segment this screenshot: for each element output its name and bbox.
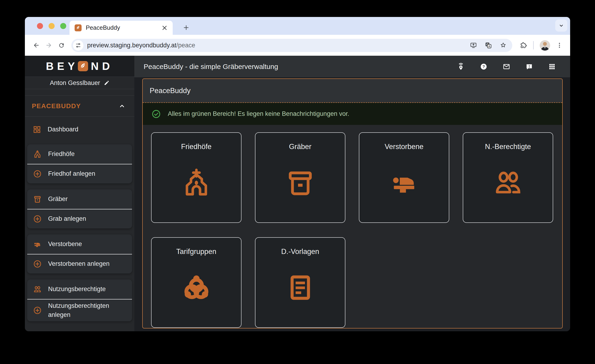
sidebar-group-verstorbene: Verstorbene Verstorbenen anlegen — [27, 234, 132, 274]
card-title: N.-Berechtigte — [485, 143, 531, 151]
content-column: PeaceBuddy - die simple Gräberverwaltung… — [134, 56, 570, 331]
sidebar-item-label: Friedhöfe — [48, 150, 75, 158]
sidebar-item-friedhoefe[interactable]: Friedhöfe — [27, 144, 132, 164]
logo-block: BEY ND — [25, 56, 134, 77]
chevron-down-icon — [558, 22, 564, 28]
back-arrow-icon — [33, 42, 40, 49]
check-circle-icon — [152, 109, 161, 119]
install-app-icon[interactable] — [470, 42, 477, 49]
sidebar-item-verstorbene[interactable]: Verstorbene — [27, 234, 132, 254]
plus-icon — [183, 24, 190, 31]
avatar-icon — [540, 40, 550, 51]
sidebar-item-verstorbenen-anlegen[interactable]: Verstorbenen anlegen — [27, 254, 132, 274]
sidebar-item-label: Verstorbenen anlegen — [48, 259, 109, 268]
zoom-window-button[interactable] — [60, 23, 66, 29]
url-path: /peace — [177, 42, 195, 49]
card-title: D.-Vorlagen — [281, 247, 319, 256]
card-icon-box — [285, 256, 315, 327]
card-d-vorlagen[interactable]: D.-Vorlagen — [255, 237, 345, 328]
apps-grid-icon[interactable] — [548, 63, 556, 70]
card-title: Verstorbene — [385, 143, 424, 151]
card-title: Gräber — [289, 143, 311, 151]
bookmark-star-icon[interactable] — [500, 42, 507, 49]
tab-strip: PeaceBuddy — [25, 17, 570, 35]
site-settings-button[interactable] — [73, 40, 84, 51]
feedback-icon[interactable] — [525, 63, 533, 70]
toolbar-separator — [533, 41, 534, 49]
knot-icon — [181, 273, 212, 303]
address-bar[interactable]: preview.staging.beyondbuddy.at/peace — [71, 39, 512, 52]
sidebar: BEY ND Anton Gesslbauer PEACEBUDDY — [25, 56, 134, 331]
browser-toolbar: preview.staging.beyondbuddy.at/peace — [25, 35, 570, 56]
document-icon — [285, 273, 315, 303]
profile-avatar[interactable] — [540, 40, 550, 51]
leaf-icon — [79, 62, 87, 70]
grave-icon — [285, 168, 315, 198]
dashboard-icon — [33, 125, 41, 134]
beyond-logo: BEY ND — [46, 60, 113, 72]
dashboard-cards: Friedhöfe Gräber Verstor — [143, 125, 562, 328]
app-topbar: PeaceBuddy - die simple Gräberverwaltung — [134, 56, 570, 77]
peacebuddy-panel: PeaceBuddy Alles im grünen Bereich! Es l… — [142, 78, 563, 329]
extensions-puzzle-icon[interactable] — [520, 42, 527, 49]
tab-search-button[interactable] — [555, 20, 567, 32]
sidebar-item-label: Nutzungsberechtigten anlegen — [48, 301, 126, 319]
section-label: PEACEBUDDY — [32, 102, 81, 110]
plus-circle-icon — [33, 215, 42, 223]
sidebar-item-graeber[interactable]: Gräber — [27, 189, 132, 209]
browser-menu-icon[interactable] — [556, 42, 563, 48]
translate-icon[interactable] — [485, 42, 492, 49]
logo-leaf-mark — [78, 61, 88, 71]
close-window-button[interactable] — [37, 23, 43, 29]
user-row: Anton Gesslbauer — [25, 77, 134, 89]
card-icon-box — [389, 151, 419, 222]
church-icon — [33, 150, 42, 158]
card-title: Friedhöfe — [181, 143, 212, 151]
mail-icon[interactable] — [503, 63, 510, 70]
minimize-window-button[interactable] — [49, 23, 55, 29]
help-icon[interactable] — [480, 63, 487, 70]
edit-pencil-icon[interactable] — [104, 80, 109, 86]
card-n-berechtigte[interactable]: N.-Berechtigte — [463, 132, 553, 223]
location-wifi-icon[interactable] — [457, 63, 465, 70]
people-icon — [33, 285, 42, 293]
plus-circle-icon — [33, 306, 42, 315]
sidebar-item-dashboard[interactable]: Dashboard — [27, 120, 132, 139]
sidebar-item-nutzungsberechtigte[interactable]: Nutzungsberechtigte — [27, 280, 132, 299]
plus-circle-icon — [33, 260, 42, 268]
url-domain: preview.staging.beyondbuddy.at — [87, 42, 177, 49]
tab-close-icon[interactable] — [161, 24, 168, 31]
sidebar-group-graeber: Gräber Grab anlegen — [27, 189, 132, 228]
card-tarifgruppen[interactable]: Tarifgruppen — [151, 237, 241, 328]
new-tab-button[interactable] — [181, 22, 191, 33]
forward-button[interactable] — [42, 39, 55, 52]
sidebar-item-nutzungsberechtigten-anlegen[interactable]: Nutzungsberechtigten anlegen — [27, 299, 132, 321]
card-friedhoefe[interactable]: Friedhöfe — [151, 132, 241, 223]
sidebar-spacer — [25, 89, 134, 96]
logo-text-post: ND — [91, 60, 113, 72]
status-alert: Alles im grünen Bereich! Es liegen keine… — [143, 103, 562, 125]
card-icon-box — [181, 151, 212, 222]
sidebar-item-grab-anlegen[interactable]: Grab anlegen — [27, 209, 132, 228]
back-button[interactable] — [30, 39, 42, 52]
sidebar-item-label: Dashboard — [48, 125, 78, 134]
url-text: preview.staging.beyondbuddy.at/peace — [87, 42, 195, 49]
grave-icon — [33, 195, 42, 203]
logo-text-pre: BEY — [46, 60, 78, 72]
card-verstorbene[interactable]: Verstorbene — [359, 132, 449, 223]
sidebar-item-label: Verstorbene — [48, 240, 82, 249]
user-name: Anton Gesslbauer — [50, 79, 100, 87]
card-title: Tarifgruppen — [176, 247, 216, 256]
sidebar-item-friedhof-anlegen[interactable]: Friedhof anlegen — [27, 164, 132, 183]
card-icon-box — [493, 151, 523, 222]
forward-arrow-icon — [45, 42, 52, 49]
tab-favicon — [75, 24, 82, 31]
reload-button[interactable] — [55, 39, 68, 52]
main-area: PeaceBuddy Alles im grünen Bereich! Es l… — [134, 77, 570, 331]
leaf-icon — [76, 25, 81, 30]
card-graeber[interactable]: Gräber — [255, 132, 345, 223]
sidebar-nav: Dashboard Friedhöfe Friedhof anlegen — [25, 117, 134, 331]
deceased-icon — [389, 168, 419, 198]
browser-tab[interactable]: PeaceBuddy — [70, 21, 173, 35]
sidebar-section-peacebuddy[interactable]: PEACEBUDDY — [25, 96, 134, 117]
